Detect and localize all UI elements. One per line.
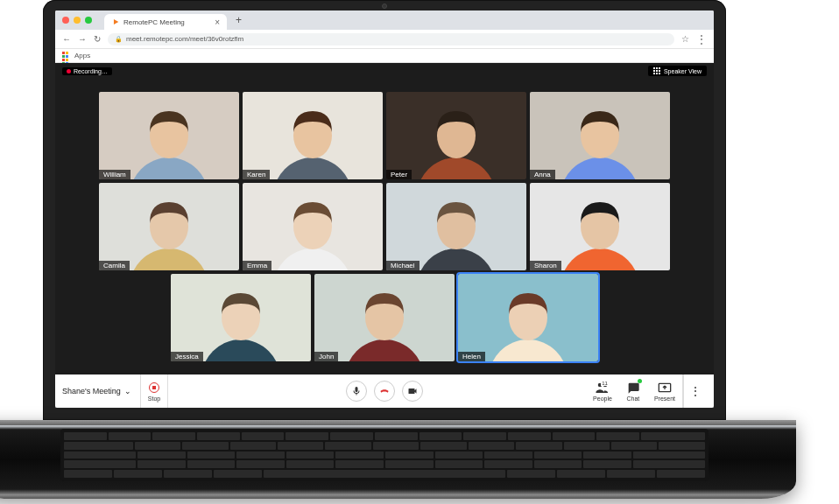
people-count-badge: 11 (601, 381, 609, 386)
video-tile[interactable]: Michael (386, 183, 526, 270)
participant-name-label: Peter (386, 170, 412, 179)
end-call-button[interactable] (374, 381, 395, 402)
camera-icon (407, 386, 418, 396)
screen: RemotePC Meeting × + ← → ↻ 🔒 meet.remote… (55, 10, 714, 408)
screen-bezel: RemotePC Meeting × + ← → ↻ 🔒 meet.remote… (43, 0, 726, 420)
participant-name-label: Michael (386, 261, 420, 270)
reload-button[interactable]: ↻ (94, 34, 101, 44)
participant-video (243, 183, 383, 270)
video-tile[interactable]: Jessica (171, 274, 311, 361)
close-tab-button[interactable]: × (215, 18, 220, 27)
participant-name-label: Karen (243, 170, 270, 179)
url-input[interactable]: 🔒 meet.remotepc.com/meet/36v0rotzflm (108, 33, 674, 46)
participant-name-label: John (314, 352, 338, 361)
video-tile[interactable]: Karen (243, 92, 383, 179)
apps-label[interactable]: Apps (74, 52, 90, 60)
hangup-icon (378, 385, 391, 397)
present-button[interactable]: Present (647, 374, 683, 408)
minimize-window-button[interactable] (74, 17, 81, 24)
recording-indicator: Recording… (62, 67, 112, 75)
call-controls (346, 381, 423, 402)
video-row: CamilaEmmaMichaelSharon (99, 183, 670, 270)
video-tile[interactable]: Emma (243, 183, 383, 270)
chat-icon (626, 382, 640, 394)
participant-video (530, 92, 670, 179)
participant-video (171, 274, 311, 361)
video-tile[interactable]: Sharon (530, 183, 670, 270)
chat-button[interactable]: Chat (619, 374, 647, 408)
participant-name-label: Jessica (171, 352, 203, 361)
keyboard (60, 429, 709, 481)
meeting-app: Recording… Speaker View WilliamKarenPete… (55, 63, 714, 408)
video-tile[interactable]: Helen (458, 274, 598, 361)
chat-notification-dot-icon (638, 379, 642, 383)
speaker-view-button[interactable]: Speaker View (648, 66, 707, 76)
video-tile[interactable]: Anna (530, 92, 670, 179)
participant-video (314, 274, 455, 361)
participant-video (530, 183, 670, 270)
present-icon (658, 382, 672, 394)
participant-video (458, 274, 598, 361)
participant-video (99, 183, 239, 270)
bookmark-bar: Apps (55, 49, 714, 63)
browser-address-bar: ← → ↻ 🔒 meet.remotepc.com/meet/36v0rotzf… (55, 30, 714, 49)
back-button[interactable]: ← (62, 34, 71, 44)
stop-label: Stop (148, 396, 160, 402)
tab-title: RemotePC Meeting (123, 18, 185, 26)
participant-video (243, 92, 383, 179)
bookmark-star-button[interactable]: ☆ (681, 34, 689, 44)
participant-name-label: William (99, 170, 130, 179)
recording-dot-icon (67, 69, 71, 74)
webcam-dot (382, 4, 387, 9)
laptop-frame: RemotePC Meeting × + ← → ↻ 🔒 meet.remote… (43, 0, 796, 499)
grid-icon (653, 67, 660, 74)
app-top-bar: Recording… Speaker View (55, 63, 714, 79)
video-row: JessicaJohnHelen (171, 274, 598, 361)
camera-toggle-button[interactable] (402, 381, 423, 402)
maximize-window-button[interactable] (85, 17, 92, 24)
new-tab-button[interactable]: + (230, 14, 247, 26)
chat-label: Chat (626, 396, 639, 402)
recording-label: Recording… (74, 68, 108, 74)
video-tile[interactable]: Camila (99, 183, 239, 270)
people-button[interactable]: 11 People (586, 374, 619, 408)
participant-name-label: Anna (530, 170, 555, 179)
meeting-name-menu[interactable]: Shane's Meeting ⌄ (62, 374, 141, 408)
video-grid: WilliamKarenPeterAnnaCamilaEmmaMichaelSh… (55, 79, 714, 374)
speaker-view-label: Speaker View (664, 68, 702, 74)
participant-name-label: Helen (458, 352, 485, 361)
video-tile[interactable]: William (99, 92, 239, 179)
laptop-base (0, 420, 796, 499)
microphone-icon (351, 386, 362, 396)
browser-tab-bar: RemotePC Meeting × + (55, 10, 714, 30)
people-label: People (593, 396, 612, 402)
stop-icon (149, 382, 159, 393)
lock-icon: 🔒 (115, 36, 123, 43)
browser-tab[interactable]: RemotePC Meeting × (104, 14, 227, 30)
video-tile[interactable]: John (314, 274, 455, 361)
more-options-button[interactable]: ⋮ (683, 374, 707, 408)
participant-name-label: Emma (243, 261, 271, 270)
favicon-icon (111, 18, 120, 26)
participant-video (99, 92, 239, 179)
mute-button[interactable] (346, 381, 367, 402)
apps-icon[interactable] (62, 52, 71, 60)
stop-recording-button[interactable]: Stop (141, 374, 168, 408)
participant-name-label: Sharon (530, 261, 561, 270)
chevron-down-icon: ⌄ (124, 387, 131, 396)
meeting-name-label: Shane's Meeting (62, 387, 121, 396)
video-row: WilliamKarenPeterAnna (99, 92, 670, 179)
participant-video (386, 92, 526, 179)
window-controls (62, 10, 92, 30)
url-text: meet.remotepc.com/meet/36v0rotzflm (126, 35, 243, 43)
forward-button[interactable]: → (78, 34, 87, 44)
close-window-button[interactable] (62, 17, 69, 24)
video-tile[interactable]: Peter (386, 92, 526, 179)
present-label: Present (654, 396, 675, 402)
bottom-toolbar: Shane's Meeting ⌄ Stop (55, 374, 714, 408)
participant-video (386, 183, 526, 270)
browser-menu-button[interactable]: ⋮ (696, 33, 707, 46)
participant-name-label: Camila (99, 261, 130, 270)
